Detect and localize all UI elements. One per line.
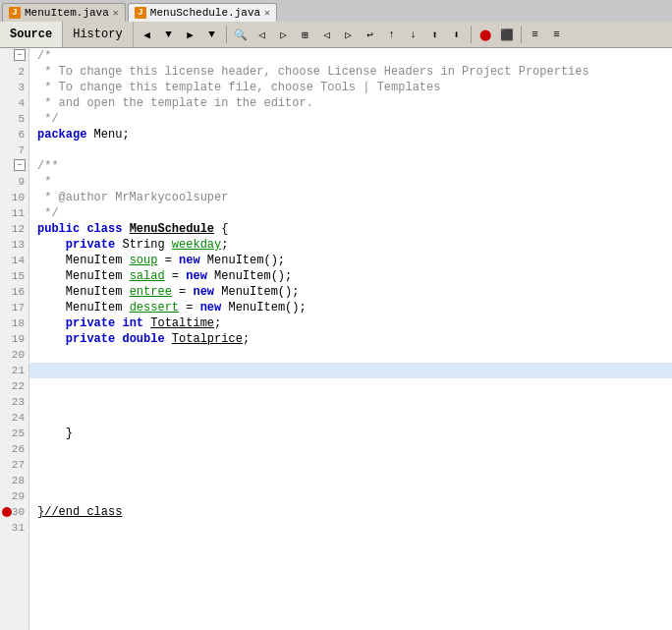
line-num-29: 29 <box>0 488 28 504</box>
next-edit[interactable]: ↓ <box>404 25 423 44</box>
sep2 <box>471 26 472 43</box>
line-num-5: 5 <box>0 111 28 127</box>
tab-menuschedule[interactable]: J MenuSchedule.java ✕ <box>128 3 277 22</box>
start-macro[interactable]: ⬤ <box>476 25 495 44</box>
diff-down[interactable]: ⬇ <box>447 25 467 44</box>
line-num-27: 27 <box>0 457 28 473</box>
sep3 <box>521 26 522 43</box>
tab-menuschedule-close[interactable]: ✕ <box>264 7 270 19</box>
code-line-1: /* <box>29 48 672 64</box>
line-num-25: 25 <box>0 426 28 441</box>
toggle-bookmarks[interactable]: ⊞ <box>296 25 315 44</box>
sep1 <box>226 26 227 43</box>
code-line-16: MenuItem entree = new MenuItem(); <box>29 284 672 300</box>
code-line-18: private int Totaltime; <box>29 315 672 331</box>
code-line-6: package Menu; <box>29 127 672 143</box>
line-num-9: 9 <box>0 174 28 190</box>
fold-icon-8[interactable]: − <box>14 159 26 171</box>
line-num-28: 28 <box>0 473 28 488</box>
code-line-8: /** <box>29 158 672 174</box>
line-num-19: 19 <box>0 331 28 347</box>
line-num-6: 6 <box>0 127 28 143</box>
tab-menuschedule-label: MenuSchedule.java <box>150 7 260 19</box>
source-tab[interactable]: Source <box>0 22 63 47</box>
toggle-linenum[interactable]: ≡ <box>526 25 545 44</box>
line-num-8: −8 <box>0 158 28 174</box>
code-line-12: public class MenuSchedule { <box>29 221 672 237</box>
code-content: /* * To change this license header, choo… <box>29 48 672 536</box>
code-line-19: private double Totalprice; <box>29 331 672 347</box>
line-num-21: 21 <box>0 363 28 378</box>
prev-bookmark[interactable]: ◁ <box>317 25 337 44</box>
tab-menuitem-close[interactable]: ✕ <box>113 7 119 19</box>
line-num-15: 15 <box>0 268 28 284</box>
code-line-7 <box>29 143 672 158</box>
line-num-26: 26 <box>0 441 28 457</box>
code-line-23 <box>29 394 672 410</box>
line-num-17: 17 <box>0 300 28 315</box>
code-line-5: */ <box>29 111 672 127</box>
tab-menuitem-icon: J <box>9 7 21 19</box>
find-button[interactable]: 🔍 <box>231 25 251 44</box>
line-num-14: 14 <box>0 253 28 268</box>
code-area[interactable]: /* * To change this license header, choo… <box>29 48 672 630</box>
code-line-15: MenuItem salad = new MenuItem(); <box>29 268 672 284</box>
next-bookmark[interactable]: ▷ <box>339 25 359 44</box>
code-line-13: private String weekday; <box>29 237 672 253</box>
line-num-22: 22 <box>0 378 28 394</box>
sh-tabs: Source History <box>0 22 134 47</box>
back-button[interactable]: ◀ <box>138 25 157 44</box>
code-line-14: MenuItem soup = new MenuItem(); <box>29 253 672 268</box>
code-line-9: * <box>29 174 672 190</box>
tab-bar: J MenuItem.java ✕ J MenuSchedule.java ✕ <box>0 0 672 22</box>
line-num-31: 31 <box>0 520 28 536</box>
line-num-16: 16 <box>0 284 28 300</box>
code-line-27 <box>29 457 672 473</box>
dropdown-button[interactable]: ▼ <box>202 25 222 44</box>
fold-icon-1[interactable]: − <box>14 49 26 61</box>
code-line-29 <box>29 488 672 504</box>
code-line-25: } <box>29 426 672 441</box>
line-num-12: 12 <box>0 221 28 237</box>
line-num-30: 30 <box>0 504 28 520</box>
line-num-11: 11 <box>0 205 28 221</box>
forward-button-arrow[interactable]: ▼ <box>159 25 179 44</box>
line-num-2: 2 <box>0 64 28 80</box>
diff-up[interactable]: ⬆ <box>425 25 445 44</box>
toolbar: ◀ ▼ ▶ ▼ 🔍 ◁ ▷ ⊞ ◁ ▷ ↩ ↑ ↓ ⬆ ⬇ ⬤ ⬛ ≡ ≡ <box>134 25 571 44</box>
code-line-11: */ <box>29 205 672 221</box>
forward-button[interactable]: ▶ <box>181 25 200 44</box>
editor-area: −1234567−8910111213141516171819202122232… <box>0 48 672 630</box>
line-num-4: 4 <box>0 95 28 111</box>
line-num-3: 3 <box>0 80 28 95</box>
code-line-10: * @author MrMarkycoolsuper <box>29 190 672 205</box>
code-line-2: * To change this license header, choose … <box>29 64 672 80</box>
line-num-20: 20 <box>0 347 28 363</box>
line-num-1: −1 <box>0 48 28 64</box>
line-num-24: 24 <box>0 410 28 426</box>
code-line-17: MenuItem dessert = new MenuItem(); <box>29 300 672 315</box>
code-line-22 <box>29 378 672 394</box>
tab-menuitem[interactable]: J MenuItem.java ✕ <box>2 3 126 22</box>
find-prev[interactable]: ◁ <box>252 25 272 44</box>
line-num-23: 23 <box>0 394 28 410</box>
tab-menuitem-label: MenuItem.java <box>25 7 109 19</box>
find-next[interactable]: ▷ <box>274 25 294 44</box>
code-line-26 <box>29 441 672 457</box>
line-num-7: 7 <box>0 143 28 158</box>
line-num-18: 18 <box>0 315 28 331</box>
code-line-21 <box>29 363 672 378</box>
toggle-whitespace[interactable]: ≡ <box>547 25 567 44</box>
code-line-28 <box>29 473 672 488</box>
code-line-24 <box>29 410 672 426</box>
code-line-31 <box>29 520 672 536</box>
prev-edit[interactable]: ↑ <box>382 25 402 44</box>
code-line-3: * To change this template file, choose T… <box>29 80 672 95</box>
history-tab[interactable]: History <box>63 22 133 47</box>
code-line-20 <box>29 347 672 363</box>
code-line-4: * and open the template in the editor. <box>29 95 672 111</box>
source-history-bar: Source History ◀ ▼ ▶ ▼ 🔍 ◁ ▷ ⊞ ◁ ▷ ↩ ↑ ↓… <box>0 22 672 48</box>
tab-menuschedule-icon: J <box>135 7 146 19</box>
last-edit[interactable]: ↩ <box>361 25 380 44</box>
stop-macro[interactable]: ⬛ <box>497 25 517 44</box>
